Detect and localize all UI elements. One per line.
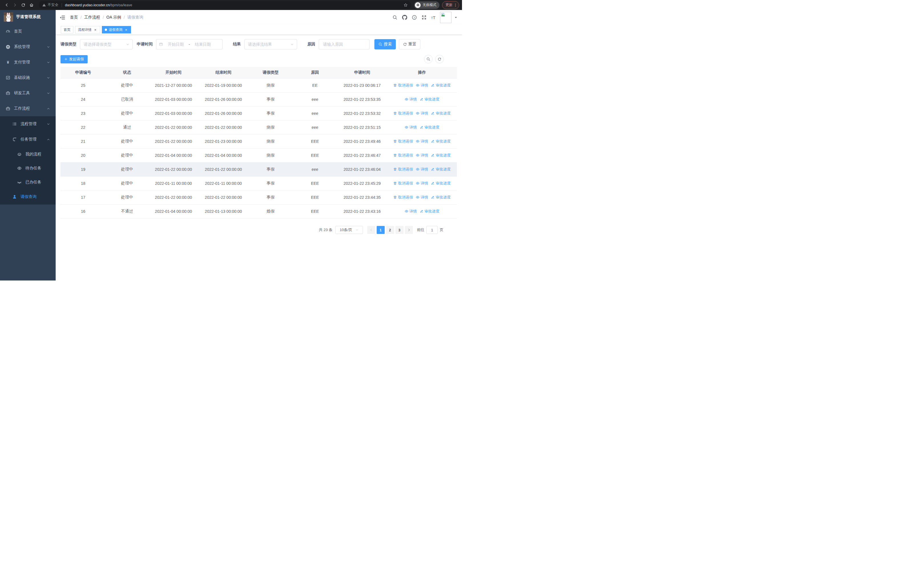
cancel-leave-link[interactable]: 取消请假 <box>393 83 413 88</box>
table-row[interactable]: 19处理中2022-01-22 00:00:002022-01-22 00:00… <box>60 162 457 176</box>
next-page-button[interactable] <box>405 226 413 234</box>
progress-link[interactable]: 审批进度 <box>431 181 451 186</box>
site-security[interactable]: 不安全 <box>42 3 58 8</box>
table-row[interactable]: 18处理中2022-01-11 00:00:002022-01-11 00:00… <box>60 176 457 191</box>
progress-link[interactable]: 审批进度 <box>431 139 451 144</box>
detail-link[interactable]: 详情 <box>405 209 417 214</box>
back-icon[interactable] <box>3 2 10 9</box>
progress-link[interactable]: 审批进度 <box>431 111 451 116</box>
page-2-button[interactable]: 2 <box>386 226 394 234</box>
prev-page-button[interactable] <box>367 226 375 234</box>
home-icon[interactable] <box>28 2 35 9</box>
fullscreen-icon[interactable] <box>422 15 427 20</box>
table-row[interactable]: 25处理中2021-12-27 00:00:002022-01-19 00:00… <box>60 78 457 93</box>
sidebar-item-首页[interactable]: 首页 <box>0 24 56 39</box>
page-size-select[interactable]: 10条/页 <box>335 226 363 234</box>
sidebar-item-研发工具[interactable]: 研发工具 <box>0 86 56 101</box>
result-input[interactable] <box>248 42 286 47</box>
search-icon[interactable] <box>392 15 398 20</box>
cancel-leave-link[interactable]: 取消请假 <box>393 139 413 144</box>
tab-首页[interactable]: 首页 <box>61 26 74 33</box>
cell-reason: eee <box>293 107 337 120</box>
progress-link[interactable]: 审批进度 <box>420 97 440 102</box>
close-icon[interactable]: × <box>124 28 128 32</box>
sidebar-item-流程管理[interactable]: 流程管理 <box>0 116 56 132</box>
leave-type-select[interactable] <box>80 39 133 50</box>
breadcrumb-item[interactable]: 工作流程 <box>84 15 100 20</box>
detail-link[interactable]: 详情 <box>416 83 428 88</box>
goto-page-input[interactable] <box>426 226 438 234</box>
table-row[interactable]: 17处理中2022-01-22 00:00:002022-01-22 00:00… <box>60 191 457 205</box>
search-icon <box>378 42 382 46</box>
table-row[interactable]: 16不通过2022-01-04 00:00:002022-01-13 00:00… <box>60 205 457 218</box>
progress-link[interactable]: 审批进度 <box>420 209 440 214</box>
sidebar-item-我的流程[interactable]: 我的流程 <box>0 147 56 161</box>
leave-type-input[interactable] <box>83 42 121 47</box>
tab-请假查询[interactable]: 请假查询× <box>102 26 131 33</box>
search-button[interactable]: 搜索 <box>374 39 396 50</box>
sidebar-item-已办任务[interactable]: 已办任务 <box>0 175 56 189</box>
user-menu-caret-icon[interactable] <box>454 16 458 19</box>
detail-link[interactable]: 详情 <box>405 97 417 102</box>
progress-link[interactable]: 审批进度 <box>431 195 451 200</box>
table-row[interactable]: 22通过2022-01-22 00:00:002022-01-22 00:00:… <box>60 120 457 135</box>
browser-menu-icon[interactable] <box>453 3 458 7</box>
url-bar[interactable]: 不安全 dashboard.yudao.iocoder.cn/bpm/oa/le… <box>39 1 411 9</box>
sidebar-collapse-icon[interactable] <box>60 15 65 20</box>
github-icon[interactable] <box>402 15 407 20</box>
sidebar-item-请假查询[interactable]: 请假查询 <box>0 189 56 205</box>
progress-link[interactable]: 审批进度 <box>431 167 451 172</box>
sidebar-item-系统管理[interactable]: 系统管理 <box>0 39 56 54</box>
sidebar-item-任务管理[interactable]: 任务管理 <box>0 132 56 147</box>
sidebar-item-支付管理[interactable]: ¥支付管理 <box>0 54 56 70</box>
sidebar-item-基础设施[interactable]: 基础设施 <box>0 70 56 86</box>
detail-link[interactable]: 详情 <box>416 153 428 158</box>
cancel-leave-link[interactable]: 取消请假 <box>393 167 413 172</box>
reason-field[interactable] <box>319 39 369 50</box>
table-row[interactable]: 23处理中2022-01-03 00:00:002022-01-26 00:00… <box>60 107 457 120</box>
result-select[interactable] <box>244 39 297 50</box>
table-row[interactable]: 20处理中2022-01-04 00:00:002022-01-04 00:00… <box>60 149 457 162</box>
cancel-leave-link[interactable]: 取消请假 <box>393 195 413 200</box>
help-icon[interactable]: ? <box>412 15 417 20</box>
sidebar-item-工作流程[interactable]: 工作流程 <box>0 101 56 116</box>
cancel-leave-link[interactable]: 取消请假 <box>393 111 413 116</box>
breadcrumb-item[interactable]: OA 示例 <box>106 15 121 20</box>
start-date-input[interactable] <box>165 42 187 47</box>
tab-流程详情[interactable]: 流程详情× <box>75 26 100 33</box>
forward-icon[interactable] <box>11 2 18 9</box>
detail-link[interactable]: 详情 <box>416 111 428 116</box>
apply-time-range[interactable]: - <box>156 39 223 50</box>
pen-icon <box>431 167 435 171</box>
update-button[interactable]: 更新 <box>442 1 459 9</box>
progress-link[interactable]: 审批进度 <box>431 83 451 88</box>
reason-input[interactable] <box>322 42 366 47</box>
page-1-button[interactable]: 1 <box>376 226 385 234</box>
cancel-leave-link[interactable]: 取消请假 <box>393 153 413 158</box>
detail-link[interactable]: 详情 <box>405 125 417 130</box>
chevron-left-icon <box>369 228 373 232</box>
bookmark-star-icon[interactable] <box>404 3 408 7</box>
end-date-input[interactable] <box>192 42 214 47</box>
close-icon[interactable]: × <box>93 28 97 32</box>
table-row[interactable]: 24已取消2022-01-03 00:00:002022-01-26 00:00… <box>60 93 457 107</box>
font-size-icon[interactable]: TT <box>431 15 435 20</box>
avatar[interactable] <box>440 12 452 23</box>
progress-link[interactable]: 审批进度 <box>431 153 451 158</box>
detail-link[interactable]: 详情 <box>416 167 428 172</box>
detail-link[interactable]: 详情 <box>416 195 428 200</box>
reset-button[interactable]: 重置 <box>399 39 420 50</box>
progress-link[interactable]: 审批进度 <box>420 125 440 130</box>
sidebar-item-待办任务[interactable]: 待办任务 <box>0 161 56 175</box>
reload-icon[interactable] <box>20 2 27 9</box>
table-row[interactable]: 21处理中2022-01-22 00:00:002022-01-23 00:00… <box>60 135 457 149</box>
detail-link[interactable]: 详情 <box>416 139 428 144</box>
detail-link[interactable]: 详情 <box>416 181 428 186</box>
create-leave-button[interactable]: 发起请假 <box>60 55 88 63</box>
breadcrumb-item[interactable]: 首页 <box>70 15 78 20</box>
refresh-table-button[interactable] <box>435 55 444 63</box>
app-logo[interactable]: 芋道管理系统 <box>0 10 56 24</box>
cancel-leave-link[interactable]: 取消请假 <box>393 181 413 186</box>
show-search-toggle-button[interactable] <box>424 55 433 63</box>
page-3-button[interactable]: 3 <box>396 226 404 234</box>
